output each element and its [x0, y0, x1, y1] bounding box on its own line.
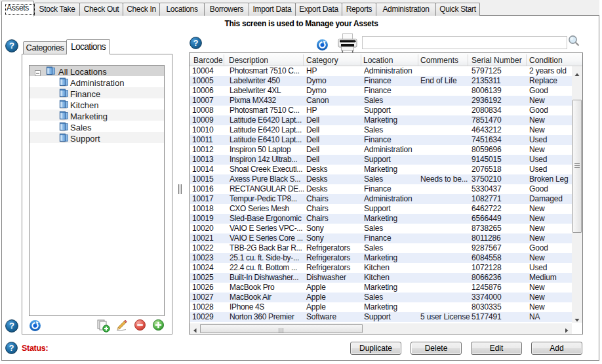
svg-text:?: ? — [9, 321, 14, 331]
svg-text:?: ? — [9, 41, 14, 51]
svg-text:?: ? — [9, 344, 14, 353]
svg-text:?: ? — [193, 39, 199, 48]
